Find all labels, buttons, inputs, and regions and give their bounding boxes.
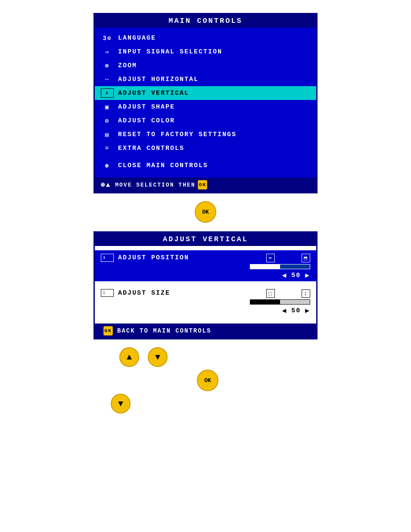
position-slider[interactable] — [250, 264, 310, 269]
position-decrease-btn[interactable]: ◀ — [282, 271, 287, 280]
adjust-position-icon: ⬍ — [101, 254, 114, 262]
adjust-shape-icon: ▣ — [101, 102, 114, 112]
input-signal-icon: ⇒ — [101, 47, 114, 56]
size-controls: ⬚ ↕ ◀ 50 ▶ — [233, 289, 310, 315]
ok-button-2[interactable]: OK — [197, 370, 218, 391]
main-controls-panel: MAIN CONTROLS 3⊙ LANGUAGE ⇒ INPUT SIGNAL… — [93, 13, 318, 193]
footer-ok-icon: OK — [198, 180, 207, 190]
menu-item-zoom[interactable]: ⊕ ZOOM — [95, 59, 316, 72]
main-controls-footer: ⊛▲ MOVE SELECTION THEN OK — [95, 177, 316, 192]
position-left-icon: ⬌ — [266, 254, 275, 262]
nav-down-button[interactable]: ▼ — [148, 347, 168, 367]
adjust-vertical-panel: ADJUST VERTICAL ⬍ ADJUST POSITION ⬌ ⬒ — [93, 231, 318, 339]
adjust-position-row: ⬍ ADJUST POSITION ⬌ ⬒ ◀ 50 ▶ — [95, 250, 316, 281]
menu-item-adjust-shape[interactable]: ▣ ADJUST SHAPE — [95, 100, 316, 114]
menu-item-adjust-vertical[interactable]: ⬍ ADJUST VERTICAL — [95, 86, 316, 100]
footer-nav-icon: ⊛▲ — [101, 180, 111, 189]
size-value: 50 — [291, 307, 301, 314]
menu-item-language[interactable]: 3⊙ LANGUAGE — [95, 31, 316, 45]
size-slider[interactable] — [250, 299, 310, 305]
zoom-icon: ⊕ — [101, 61, 114, 70]
adjust-horizontal-icon: ↔ — [101, 75, 114, 84]
extra-controls-icon: ≡ — [101, 143, 114, 153]
menu-item-adjust-horizontal[interactable]: ↔ ADJUST HORIZONTAL — [95, 72, 316, 86]
ok-button-1[interactable]: OK — [195, 201, 216, 223]
main-controls-title: MAIN CONTROLS — [95, 14, 316, 28]
size-left-icon: ⬚ — [266, 289, 275, 298]
menu-item-reset[interactable]: ▤ RESET TO FACTORY SETTINGS — [95, 128, 316, 141]
adjust-color-icon: ⊙ — [101, 116, 114, 125]
position-value: 50 — [291, 272, 301, 279]
menu-item-input-signal[interactable]: ⇒ INPUT SIGNAL SELECTION — [95, 45, 316, 59]
back-ok-icon: OK — [103, 326, 113, 336]
adjust-size-icon: ↕ — [101, 289, 114, 297]
adjust-vertical-body: ⬍ ADJUST POSITION ⬌ ⬒ ◀ 50 ▶ — [95, 246, 316, 320]
main-controls-body: 3⊙ LANGUAGE ⇒ INPUT SIGNAL SELECTION ⊕ Z… — [95, 28, 316, 177]
position-controls: ⬌ ⬒ ◀ 50 ▶ — [233, 254, 310, 280]
position-right-icon: ⬒ — [302, 254, 310, 262]
menu-item-adjust-color[interactable]: ⊙ ADJUST COLOR — [95, 114, 316, 128]
menu-item-extra[interactable]: ≡ EXTRA CONTROLS — [95, 141, 316, 155]
nav-up-button[interactable]: ▲ — [119, 347, 139, 367]
menu-item-close[interactable]: ⊛ CLOSE MAIN CONTROLS — [95, 159, 316, 172]
close-icon: ⊛ — [101, 161, 114, 170]
size-right-icon: ↕ — [302, 289, 310, 298]
down-button[interactable]: ▼ — [111, 394, 131, 414]
adjust-vertical-icon: ⬍ — [101, 88, 114, 98]
back-footer: OK BACK TO MAIN CONTROLS — [95, 324, 316, 338]
size-decrease-btn[interactable]: ◀ — [282, 306, 287, 315]
adjust-vertical-title: ADJUST VERTICAL — [95, 233, 316, 246]
adjust-size-row: ↕ ADJUST SIZE ⬚ ↕ ◀ 50 ▶ — [95, 285, 316, 317]
position-increase-btn[interactable]: ▶ — [305, 271, 310, 280]
navigation-controls: ▲ ▼ OK ▼ — [93, 339, 318, 414]
language-icon: 3⊙ — [101, 33, 114, 43]
size-increase-btn[interactable]: ▶ — [305, 306, 310, 315]
reset-icon: ▤ — [101, 130, 114, 139]
